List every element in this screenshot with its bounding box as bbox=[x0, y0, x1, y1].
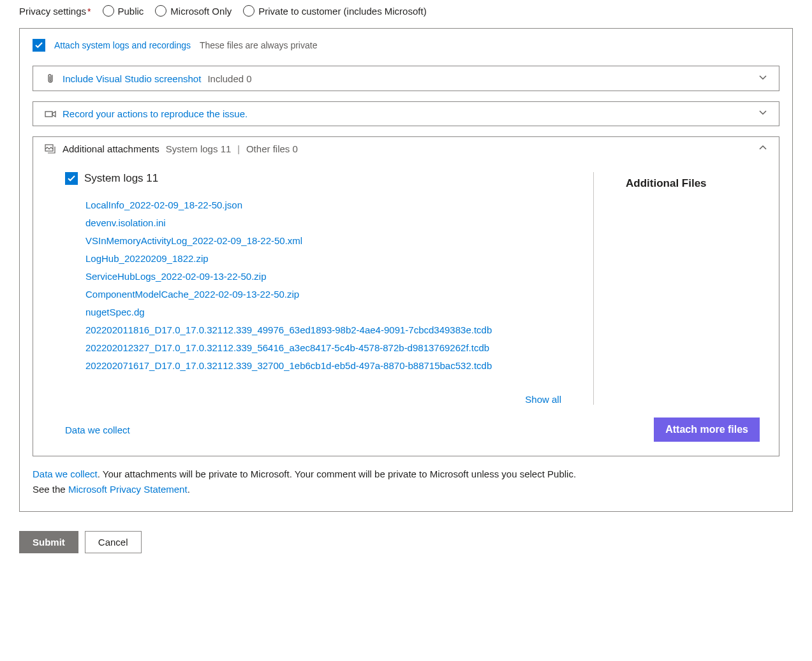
checkmark-icon bbox=[68, 175, 75, 182]
system-log-file[interactable]: ServiceHubLogs_2022-02-09-13-22-50.zip bbox=[85, 268, 580, 286]
system-log-file[interactable]: LocalInfo_2022-02-09_18-22-50.json bbox=[85, 196, 580, 214]
attachments-card: Attach system logs and recordings These … bbox=[19, 28, 793, 512]
svg-rect-0 bbox=[45, 112, 52, 117]
system-log-file[interactable]: 202202011816_D17.0_17.0.32112.339_49976_… bbox=[85, 321, 580, 339]
image-stack-icon bbox=[45, 144, 56, 154]
screenshot-panel-sub: Included 0 bbox=[207, 73, 251, 84]
attach-system-logs-note: These files are always private bbox=[200, 40, 317, 50]
chevron-down-icon bbox=[758, 108, 767, 119]
cancel-button[interactable]: Cancel bbox=[85, 531, 142, 553]
form-button-row: Submit Cancel bbox=[19, 531, 793, 553]
screenshot-panel-header[interactable]: Include Visual Studio screenshot Include… bbox=[33, 66, 779, 91]
additional-attachments-panel: Additional attachments System logs 11 | … bbox=[33, 136, 779, 456]
radio-label: Public bbox=[118, 6, 144, 17]
data-we-collect-link[interactable]: Data we collect bbox=[65, 425, 130, 435]
system-logs-checkbox[interactable] bbox=[65, 172, 78, 185]
attach-system-logs-row: Attach system logs and recordings These … bbox=[33, 39, 779, 52]
additional-files-heading: Additional Files bbox=[626, 177, 760, 190]
screenshot-panel-title: Include Visual Studio screenshot bbox=[63, 73, 201, 84]
radio-icon bbox=[155, 5, 166, 17]
data-we-collect-link-2[interactable]: Data we collect bbox=[33, 469, 98, 479]
show-all-link[interactable]: Show all bbox=[65, 394, 580, 405]
radio-icon bbox=[243, 5, 255, 17]
privacy-label: Privacy settings* bbox=[19, 6, 91, 17]
system-log-file[interactable]: nugetSpec.dg bbox=[85, 303, 580, 321]
system-logs-file-list: LocalInfo_2022-02-09_18-22-50.jsondevenv… bbox=[65, 196, 580, 375]
additional-attachments-footer: Data we collect Attach more files bbox=[33, 418, 779, 456]
legal-sentence-2b: . bbox=[188, 484, 190, 495]
legal-sentence-1: . Your attachments will be private to Mi… bbox=[98, 469, 576, 479]
pipe-separator: | bbox=[237, 144, 240, 154]
attach-system-logs-label[interactable]: Attach system logs and recordings bbox=[54, 40, 191, 50]
legal-sentence-2a: See the bbox=[33, 484, 68, 495]
privacy-settings-row: Privacy settings* Public Microsoft Only … bbox=[19, 5, 793, 17]
additional-attachments-title: Additional attachments bbox=[63, 143, 159, 154]
system-logs-column: System logs 11 LocalInfo_2022-02-09_18-2… bbox=[65, 172, 594, 405]
system-log-file[interactable]: devenv.isolation.ini bbox=[85, 214, 580, 232]
system-log-file[interactable]: ComponentModelCache_2022-02-09-13-22-50.… bbox=[85, 286, 580, 303]
additional-attachments-sub2: Other files 0 bbox=[246, 143, 298, 154]
legal-text: Data we collect. Your attachments will b… bbox=[33, 467, 779, 497]
system-log-file[interactable]: VSInMemoryActivityLog_2022-02-09_18-22-5… bbox=[85, 232, 580, 250]
chevron-down-icon bbox=[758, 73, 767, 84]
chevron-up-icon bbox=[758, 143, 767, 154]
privacy-label-text: Privacy settings bbox=[19, 6, 86, 17]
additional-attachments-sub1: System logs 11 bbox=[166, 143, 232, 154]
additional-attachments-header[interactable]: Additional attachments System logs 11 | … bbox=[33, 137, 779, 161]
additional-attachments-body: System logs 11 LocalInfo_2022-02-09_18-2… bbox=[33, 161, 779, 418]
record-panel-title: Record your actions to reproduce the iss… bbox=[63, 108, 247, 119]
submit-button[interactable]: Submit bbox=[19, 531, 78, 553]
privacy-option-private-to-customer[interactable]: Private to customer (includes Microsoft) bbox=[243, 5, 426, 17]
privacy-option-public[interactable]: Public bbox=[103, 5, 144, 17]
attach-system-logs-checkbox[interactable] bbox=[33, 39, 45, 52]
additional-files-column: Additional Files bbox=[594, 172, 760, 405]
checkmark-icon bbox=[35, 41, 43, 49]
system-log-file[interactable]: 202202012327_D17.0_17.0.32112.339_56416_… bbox=[85, 339, 580, 357]
radio-label: Private to customer (includes Microsoft) bbox=[258, 6, 426, 17]
record-panel: Record your actions to reproduce the iss… bbox=[33, 101, 779, 126]
system-log-file[interactable]: LogHub_20220209_1822.zip bbox=[85, 250, 580, 268]
attach-more-files-button[interactable]: Attach more files bbox=[654, 418, 760, 442]
privacy-option-microsoft-only[interactable]: Microsoft Only bbox=[155, 5, 232, 17]
screenshot-panel: Include Visual Studio screenshot Include… bbox=[33, 66, 779, 91]
record-panel-header[interactable]: Record your actions to reproduce the iss… bbox=[33, 102, 779, 126]
required-asterisk: * bbox=[87, 6, 91, 17]
radio-icon bbox=[103, 5, 114, 17]
system-logs-heading: System logs 11 bbox=[84, 172, 158, 185]
video-camera-icon bbox=[45, 110, 56, 119]
privacy-statement-link[interactable]: Microsoft Privacy Statement bbox=[68, 484, 188, 495]
radio-label: Microsoft Only bbox=[170, 6, 232, 17]
system-logs-heading-row: System logs 11 bbox=[65, 172, 580, 185]
system-log-file[interactable]: 202202071617_D17.0_17.0.32112.339_32700_… bbox=[85, 357, 580, 375]
paperclip-icon bbox=[45, 73, 56, 84]
